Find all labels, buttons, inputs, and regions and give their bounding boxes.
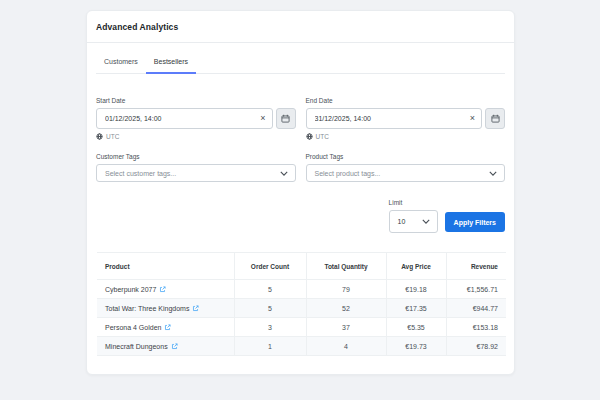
customer-tags-placeholder: Select customer tags...	[105, 170, 280, 177]
chevron-down-icon	[280, 171, 288, 176]
total-quantity-cell: 52	[306, 299, 386, 318]
timezone-label: UTC	[316, 133, 329, 140]
order-count-cell: 3	[234, 318, 306, 337]
avg-price-cell: €19.18	[386, 280, 446, 299]
limit-select[interactable]: 10	[389, 210, 438, 233]
column-header-avg-price: Avg Price	[386, 253, 446, 280]
start-date-clear-icon[interactable]: ×	[256, 114, 265, 123]
end-date-field: ×	[306, 108, 483, 129]
bestsellers-table: Product Order Count Total Quantity Avg P…	[97, 252, 504, 356]
column-header-revenue: Revenue	[446, 253, 506, 280]
start-date-timezone: UTC	[96, 133, 296, 140]
avg-price-cell: €5.35	[386, 318, 446, 337]
revenue-cell: €78.92	[446, 337, 506, 356]
column-header-total-quantity: Total Quantity	[306, 253, 386, 280]
end-date-label: End Date	[306, 97, 506, 104]
column-header-product: Product	[97, 253, 234, 280]
product-link[interactable]: Cyberpunk 2077	[105, 286, 156, 293]
product-tags-label: Product Tags	[306, 153, 506, 160]
start-date-group: Start Date ×	[96, 97, 296, 140]
external-link-icon[interactable]	[159, 286, 166, 293]
card-header: Advanced Analytics	[87, 11, 514, 43]
limit-group: Limit 10	[389, 199, 438, 233]
tab-bar: Customers Bestsellers	[96, 43, 505, 74]
limit-value: 10	[398, 218, 422, 225]
customer-tags-label: Customer Tags	[96, 153, 296, 160]
tab-bestsellers[interactable]: Bestsellers	[146, 52, 196, 74]
revenue-cell: €1,556.71	[446, 280, 506, 299]
end-date-clear-icon[interactable]: ×	[466, 114, 475, 123]
avg-price-cell: €19.73	[386, 337, 446, 356]
table-row: Minecraft Dungeons 1 4 €19.73 €78.92	[97, 337, 506, 356]
start-date-label: Start Date	[96, 97, 296, 104]
table-header-row: Product Order Count Total Quantity Avg P…	[97, 253, 506, 280]
start-date-field: ×	[96, 108, 273, 129]
timezone-label: UTC	[106, 133, 119, 140]
end-date-calendar-button[interactable]	[485, 108, 505, 129]
product-tags-group: Product Tags Select product tags...	[306, 153, 506, 182]
end-date-input[interactable]	[315, 115, 466, 122]
end-date-group: End Date ×	[306, 97, 506, 140]
page-title: Advanced Analytics	[96, 22, 505, 32]
limit-row: Limit 10 Apply Filters	[96, 199, 505, 233]
customer-tags-group: Customer Tags Select customer tags...	[96, 153, 296, 182]
calendar-icon	[491, 114, 500, 123]
product-link[interactable]: Minecraft Dungeons	[105, 343, 168, 350]
order-count-cell: 5	[234, 280, 306, 299]
avg-price-cell: €17.35	[386, 299, 446, 318]
external-link-icon[interactable]	[171, 343, 178, 350]
external-link-icon[interactable]	[164, 324, 171, 331]
tab-customers[interactable]: Customers	[96, 52, 146, 74]
advanced-analytics-card: Advanced Analytics Customers Bestsellers…	[86, 10, 515, 375]
product-tags-placeholder: Select product tags...	[315, 170, 490, 177]
product-link[interactable]: Total War: Three Kingdoms	[105, 305, 189, 312]
chevron-down-icon	[422, 219, 430, 224]
table-row: Cyberpunk 2077 5 79 €19.18 €1,556.71	[97, 280, 506, 299]
revenue-cell: €153.18	[446, 318, 506, 337]
limit-label: Limit	[389, 199, 438, 206]
revenue-cell: €944.77	[446, 299, 506, 318]
customer-tags-select[interactable]: Select customer tags...	[96, 164, 296, 182]
external-link-icon[interactable]	[192, 305, 199, 312]
filters-section: Start Date ×	[87, 74, 514, 233]
total-quantity-cell: 4	[306, 337, 386, 356]
product-tags-select[interactable]: Select product tags...	[306, 164, 506, 182]
date-filters-row: Start Date ×	[96, 97, 505, 140]
chevron-down-icon	[489, 171, 497, 176]
column-header-order-count: Order Count	[234, 253, 306, 280]
globe-icon	[306, 133, 313, 140]
end-date-timezone: UTC	[306, 133, 506, 140]
start-date-calendar-button[interactable]	[276, 108, 296, 129]
tag-filters-row: Customer Tags Select customer tags... Pr…	[96, 153, 505, 182]
start-date-input[interactable]	[105, 115, 256, 122]
order-count-cell: 5	[234, 299, 306, 318]
table-row: Persona 4 Golden 3 37 €5.35 €153.18	[97, 318, 506, 337]
total-quantity-cell: 37	[306, 318, 386, 337]
calendar-icon	[281, 114, 290, 123]
order-count-cell: 1	[234, 337, 306, 356]
table-row: Total War: Three Kingdoms 5 52 €17.35 €9…	[97, 299, 506, 318]
product-link[interactable]: Persona 4 Golden	[105, 324, 161, 331]
total-quantity-cell: 79	[306, 280, 386, 299]
apply-filters-button[interactable]: Apply Filters	[445, 212, 505, 232]
globe-icon	[96, 133, 103, 140]
